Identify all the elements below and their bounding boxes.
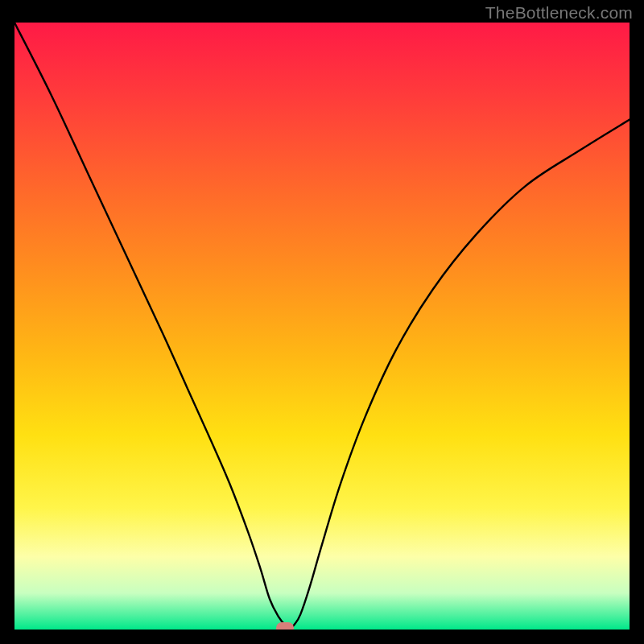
watermark-text: TheBottleneck.com [485, 3, 633, 23]
bottleneck-curve [14, 23, 630, 630]
plot-area [14, 23, 630, 630]
optimal-point-marker [276, 622, 294, 630]
chart-frame: TheBottleneck.com [0, 0, 644, 644]
